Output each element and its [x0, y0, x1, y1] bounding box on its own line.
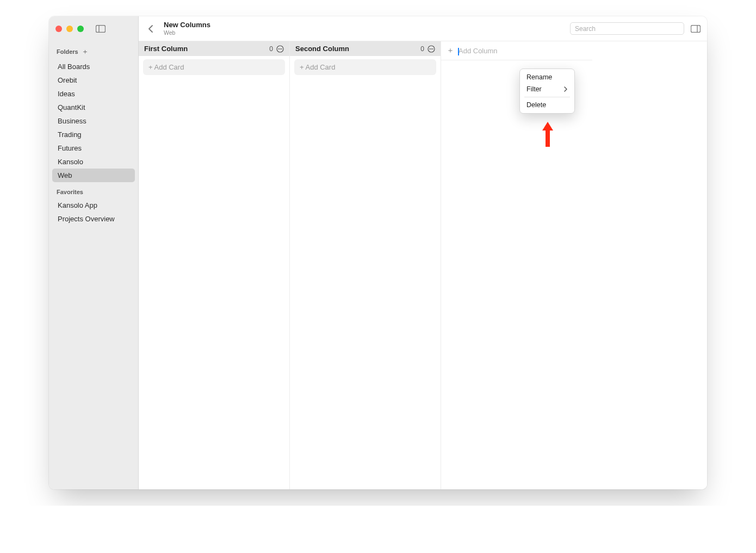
text-caret — [458, 48, 459, 55]
sidebar: Folders ＋ All Boards Orebit Ideas QuantK… — [49, 16, 139, 489]
add-card-button[interactable]: + Add Card — [294, 59, 436, 75]
svg-point-10 — [431, 48, 432, 49]
window-minimize-button[interactable] — [66, 26, 73, 32]
sidebar-item-business[interactable]: Business — [52, 114, 135, 128]
column-body: + Add Card — [290, 56, 441, 78]
column-header-second[interactable]: Second Column 0 — [290, 41, 441, 56]
menu-item-filter[interactable]: Filter — [522, 83, 572, 95]
window-close-button[interactable] — [55, 26, 62, 32]
folder-list: All Boards Orebit Ideas QuantKit Busines… — [49, 59, 138, 183]
column-count: 0 — [269, 45, 273, 53]
sidebar-item-futures[interactable]: Futures — [52, 141, 135, 155]
column-title: First Column — [144, 45, 188, 53]
menu-item-filter-label: Filter — [526, 85, 542, 93]
folders-label: Folders — [57, 48, 78, 55]
app-window: Folders ＋ All Boards Orebit Ideas QuantK… — [49, 16, 707, 489]
sidebar-section-favorites: Favorites — [49, 183, 138, 197]
svg-rect-0 — [96, 26, 106, 33]
sidebar-item-web[interactable]: Web — [52, 169, 135, 182]
svg-rect-2 — [691, 25, 701, 32]
sidebar-item-orebit[interactable]: Orebit — [52, 73, 135, 87]
sidebar-section-folders: Folders ＋ — [49, 41, 138, 59]
column-second: Second Column 0 + Add Card — [290, 41, 441, 489]
column-first: First Column 0 + Add Card — [139, 41, 290, 489]
toggle-sidebar-icon[interactable] — [96, 25, 106, 33]
window-controls — [49, 16, 138, 41]
annotation-arrow-icon — [542, 122, 553, 147]
column-body: + Add Card — [139, 56, 289, 78]
chevron-right-icon — [563, 86, 568, 92]
column-count: 0 — [420, 45, 424, 53]
svg-point-5 — [278, 48, 279, 49]
window-maximize-button[interactable] — [77, 26, 84, 32]
sidebar-item-ideas[interactable]: Ideas — [52, 87, 135, 101]
column-title: Second Column — [295, 45, 349, 53]
back-button[interactable] — [145, 23, 157, 35]
page-title: New Columns — [164, 21, 210, 29]
column-header-first[interactable]: First Column 0 — [139, 41, 289, 56]
page-subtitle: Web — [164, 29, 210, 36]
svg-point-6 — [280, 48, 281, 49]
page-title-block: New Columns Web — [164, 21, 210, 36]
search-input[interactable] — [570, 22, 684, 35]
sidebar-item-quantkit[interactable]: QuantKit — [52, 101, 135, 114]
favorites-list: Kansolo App Projects Overview — [49, 197, 138, 227]
plus-icon: ＋ — [447, 46, 454, 55]
svg-point-9 — [429, 48, 430, 49]
add-folder-icon[interactable]: ＋ — [82, 47, 89, 57]
menu-item-rename[interactable]: Rename — [522, 71, 572, 83]
svg-marker-12 — [542, 122, 553, 147]
svg-point-7 — [281, 48, 282, 49]
column-menu-icon[interactable] — [427, 45, 435, 53]
menu-separator — [524, 97, 570, 97]
favorites-label: Favorites — [57, 189, 83, 195]
toolbar: New Columns Web — [139, 16, 707, 41]
add-card-button[interactable]: + Add Card — [143, 59, 285, 75]
add-column-button[interactable]: ＋ Add Column — [441, 41, 592, 60]
sidebar-item-all-boards[interactable]: All Boards — [52, 60, 135, 73]
column-context-menu: Rename Filter Delete — [519, 69, 575, 114]
add-column-label: Add Column — [458, 47, 498, 55]
column-menu-icon[interactable] — [276, 45, 284, 53]
sidebar-item-projects-overview[interactable]: Projects Overview — [52, 212, 135, 226]
sidebar-item-trading[interactable]: Trading — [52, 128, 135, 141]
menu-item-delete[interactable]: Delete — [522, 99, 572, 111]
sidebar-item-kansolo-app[interactable]: Kansolo App — [52, 198, 135, 212]
svg-point-11 — [432, 48, 433, 49]
toolbar-right — [570, 22, 701, 35]
sidebar-item-kansolo[interactable]: Kansolo — [52, 155, 135, 169]
main-area: New Columns Web First Column 0 — [139, 16, 707, 489]
board: First Column 0 + Add Card Second Column … — [139, 41, 707, 489]
toggle-right-panel-icon[interactable] — [691, 25, 701, 33]
